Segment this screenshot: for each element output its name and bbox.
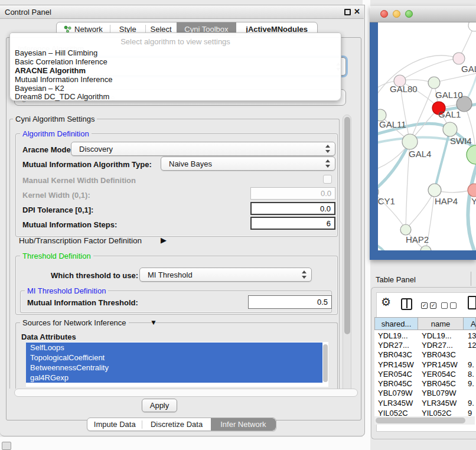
node-gal10[interactable] bbox=[428, 77, 440, 89]
close-traffic-light[interactable] bbox=[380, 10, 388, 18]
aracne-mode-value: Discovery bbox=[79, 145, 113, 154]
cell: YIL052C bbox=[378, 409, 408, 416]
node-hap4[interactable] bbox=[428, 184, 441, 197]
node-big-green[interactable] bbox=[467, 145, 476, 164]
column-header-name-label: name bbox=[431, 319, 451, 328]
mi-algorithm-type-value: Naive Bayes bbox=[169, 159, 212, 168]
column-view-icon[interactable] bbox=[401, 298, 412, 310]
apply-button[interactable]: Apply bbox=[142, 399, 177, 412]
mi-threshold-field[interactable]: 0.5 bbox=[248, 295, 332, 309]
cell: YPR145W bbox=[378, 360, 414, 369]
threshold-definition-title: Threshold Definition bbox=[20, 252, 93, 260]
settings-vertical-scrollbar[interactable] bbox=[343, 115, 351, 394]
table-row[interactable]: YBR045C YBR045C 9. bbox=[374, 379, 476, 389]
algorithm-definition-title: Algorithm Definition bbox=[20, 129, 92, 138]
combo-stepper-icon bbox=[302, 270, 307, 279]
manual-kernel-width-checkbox[interactable] bbox=[323, 175, 332, 184]
cell: YBR043C bbox=[422, 350, 456, 359]
node-hap2[interactable] bbox=[400, 224, 411, 235]
list-item[interactable]: TopologicalCoefficient bbox=[26, 353, 322, 363]
expanded-arrow-icon[interactable]: ▼ bbox=[150, 318, 157, 327]
node-bottom[interactable] bbox=[420, 246, 431, 250]
node-gal-partial[interactable] bbox=[453, 53, 465, 64]
checked-box-icon[interactable]: ✓ bbox=[430, 302, 436, 309]
dropdown-placeholder: Select algorithm to view settings bbox=[10, 37, 341, 46]
tab-impute-data-label: Impute Data bbox=[94, 420, 136, 429]
dropdown-item[interactable]: Basic Correlation Inference bbox=[15, 57, 107, 66]
table-horizontal-scrollbar[interactable] bbox=[374, 416, 475, 425]
aracne-mode-combobox[interactable]: Discovery bbox=[71, 142, 335, 156]
sources-group-title: Sources for Network Inference bbox=[20, 318, 129, 327]
mi-threshold-value: 0.5 bbox=[317, 298, 328, 306]
dropdown-item-highlighted[interactable]: ARACNE Algorithm bbox=[15, 66, 86, 75]
node[interactable] bbox=[468, 22, 476, 31]
edge bbox=[400, 58, 459, 81]
apply-button-label: Apply bbox=[150, 401, 169, 410]
list-item[interactable]: gal4RGexp bbox=[26, 373, 322, 383]
list-item[interactable]: BetweennessCentrality bbox=[26, 363, 322, 373]
cell: YER054C bbox=[378, 370, 412, 379]
cell: YBL079W bbox=[378, 389, 413, 397]
list-scrollbar-thumb[interactable] bbox=[323, 344, 328, 382]
gear-icon[interactable]: ⚙ bbox=[381, 296, 391, 308]
unchecked-box-icon[interactable] bbox=[441, 302, 448, 309]
cell: YLR345W bbox=[378, 399, 413, 407]
zoom-traffic-light[interactable] bbox=[405, 10, 413, 18]
dropdown-item[interactable]: Bayesian – K2 bbox=[15, 84, 64, 93]
node-label: GAL bbox=[461, 64, 476, 74]
unchecked-box-icon[interactable] bbox=[450, 302, 457, 309]
dropdown-item[interactable]: Dream8 DC_TDC Algorithm bbox=[15, 92, 109, 101]
control-panel-title: Control Panel bbox=[5, 8, 51, 17]
node-gal4[interactable] bbox=[402, 134, 418, 149]
cell: YDR27... bbox=[378, 341, 409, 350]
settings-horizontal-scrollbar[interactable] bbox=[14, 389, 358, 397]
collapsed-arrow-icon[interactable]: ▶ bbox=[161, 236, 167, 244]
list-item[interactable]: SelfLoops bbox=[26, 343, 322, 353]
dropdown-item[interactable]: Bayesian – Hill Climbing bbox=[15, 48, 97, 57]
kernel-width-field[interactable]: 0.0 bbox=[250, 187, 335, 200]
cell: YLR345W bbox=[422, 399, 457, 407]
dropdown-item[interactable]: Mutual Information Inference bbox=[15, 75, 112, 84]
column-header-shared[interactable]: shared... bbox=[374, 317, 418, 330]
tab-impute-data[interactable]: Impute Data bbox=[87, 418, 142, 431]
cell: YER054C bbox=[422, 370, 456, 379]
column-header-partial[interactable]: A bbox=[463, 317, 476, 330]
table-row[interactable]: YBR043C YBR043C bbox=[374, 350, 476, 360]
float-icon[interactable] bbox=[344, 9, 351, 15]
table-scrollbar-thumb[interactable] bbox=[376, 418, 465, 423]
cell: 9 bbox=[468, 409, 472, 416]
table-row[interactable]: YBL079W YBL079W bbox=[374, 389, 476, 398]
cell: 12 bbox=[468, 341, 476, 350]
screen: { "colors": { "selection_blue": "#3E6FC9… bbox=[0, 0, 476, 450]
which-threshold-combobox[interactable]: MI Threshold bbox=[139, 268, 312, 282]
minimize-traffic-light[interactable] bbox=[393, 10, 400, 18]
table-row[interactable]: YER054C YER054C 8. bbox=[374, 370, 476, 379]
mi-algorithm-type-combobox[interactable]: Naive Bayes bbox=[161, 156, 335, 171]
hub-section-label[interactable]: Hub/Transcription Factor Definition bbox=[19, 236, 142, 245]
dpi-tolerance-field[interactable]: 0.0 bbox=[250, 202, 335, 215]
table-row[interactable]: YDR27... YDR27... 12 bbox=[374, 341, 476, 350]
node-swi4[interactable] bbox=[443, 122, 457, 136]
close-icon[interactable]: ✕ bbox=[354, 7, 360, 16]
table-row[interactable]: YDL19... YDL19... 13 bbox=[374, 331, 476, 341]
checked-box-icon[interactable]: ✓ bbox=[421, 302, 428, 309]
cell: YBR045C bbox=[422, 379, 456, 388]
tab-infer-network-label: Infer Network bbox=[220, 420, 266, 429]
which-threshold-label: Which threshold to use: bbox=[51, 271, 138, 280]
cell: 9. bbox=[468, 360, 474, 369]
table-row[interactable]: YLR345W YLR345W 9. bbox=[374, 399, 476, 408]
tab-discretize-data[interactable]: Discretize Data bbox=[142, 418, 210, 431]
network-graph[interactable]: GAL GAL80 GAL10 GAL1 GAL11 SWI4 GAL4 GCY… bbox=[378, 22, 476, 250]
data-attributes-list[interactable]: SelfLoops TopologicalCoefficient Between… bbox=[26, 342, 328, 387]
aracne-mode-label: Aracne Mode: bbox=[22, 145, 73, 154]
dock-icon[interactable] bbox=[2, 442, 11, 450]
edge bbox=[434, 73, 476, 83]
mi-steps-field[interactable]: 6 bbox=[250, 217, 335, 230]
table-row[interactable]: YIL052C YIL052C 9 bbox=[374, 409, 476, 416]
settings-scrollbar-thumb[interactable] bbox=[344, 117, 350, 334]
network-window-titlebar[interactable] bbox=[370, 6, 476, 22]
table-row[interactable]: YPR145W YPR145W 9. bbox=[374, 360, 476, 370]
column-header-name[interactable]: name bbox=[418, 317, 464, 330]
document-icon[interactable] bbox=[468, 296, 476, 309]
tab-infer-network[interactable]: Infer Network bbox=[211, 418, 276, 431]
